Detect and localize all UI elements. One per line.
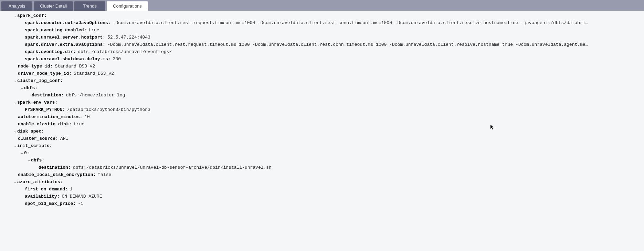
tree-node-spark-conf[interactable]: ⌄ spark_conf: (0, 12, 644, 19)
tree-key: spark.executor.extraJavaOptions: (25, 19, 111, 27)
chevron-down-icon: ⌄ (13, 79, 17, 83)
tree-kv: spark.eventLog.enabled: true (0, 27, 644, 34)
tree-key: autotermination_minutes: (18, 113, 82, 121)
tree-key: spark.eventLog.enabled: (25, 27, 86, 34)
tree-node-init-scripts[interactable]: ⌄ init_scripts: (0, 142, 644, 149)
tree-key: spark.driver.extraJavaOptions: (25, 41, 105, 48)
tree-kv: spark.eventLog.dir: dbfs:/databricks/unr… (0, 48, 644, 55)
tree-key: spark.eventLog.dir: (25, 48, 76, 55)
tree-value: 300 (113, 55, 121, 63)
chevron-down-icon: ⌄ (20, 151, 24, 155)
tree-value: -Dcom.unraveldata.client.rest.request.ti… (107, 41, 588, 48)
tree-kv: first_on_demand: 1 (0, 186, 644, 193)
tree-kv: driver_node_type_id: Standard_DS3_v2 (0, 70, 644, 77)
tree-node-dbfs[interactable]: ⌄ dbfs: (0, 84, 644, 92)
tree-node-spark-env-vars[interactable]: ⌄ spark_env_vars: (0, 99, 644, 106)
tree-node-azure-attributes[interactable]: ⌄ azure_attributes: (0, 178, 644, 186)
tree-value: dbfs:/databricks/unravel/eventLogs/ (78, 48, 172, 55)
tree-kv: destination: dbfs:/databricks/unravel/un… (0, 164, 644, 171)
tree-key: spark.unravel.shutdown.delay.ms: (25, 55, 111, 63)
tree-kv: enable_local_disk_encryption: false (0, 171, 644, 178)
tree-kv: autotermination_minutes: 10 (0, 113, 644, 121)
chevron-down-icon: ⌄ (13, 101, 17, 104)
tree-node-cluster-log-conf[interactable]: ⌄ cluster_log_conf: (0, 77, 644, 84)
tree-value: dbfs:/databricks/unravel/unravel-db-sens… (73, 164, 272, 171)
tree-key: spark_conf: (17, 12, 47, 19)
tree-key: driver_node_type_id: (18, 70, 72, 77)
tree-value: 52.5.47.224:4043 (107, 34, 150, 41)
tree-kv: availability: ON_DEMAND_AZURE (0, 193, 644, 200)
tree-value: API (60, 135, 68, 142)
tree-key: enable_elastic_disk: (18, 121, 72, 128)
tree-kv: spark.unravel.shutdown.delay.ms: 300 (0, 55, 644, 63)
tree-key: dbfs: (24, 84, 38, 92)
tree-kv: PYSPARK_PYTHON: /databricks/python3/bin/… (0, 106, 644, 113)
tree-key: node_type_id: (18, 63, 53, 70)
tree-key: dbfs: (31, 157, 44, 164)
tab-configurations[interactable]: Configurations (107, 1, 148, 11)
tree-key: cluster_source: (18, 135, 58, 142)
tab-cluster-detail[interactable]: Cluster Detail (34, 1, 73, 11)
tree-key: 0: (24, 149, 30, 157)
tree-node-init-scripts-0[interactable]: ⌄ 0: (0, 149, 644, 157)
tree-value: true (74, 121, 84, 128)
tree-kv: spark.driver.extraJavaOptions: -Dcom.unr… (0, 41, 644, 48)
tree-key: cluster_log_conf: (17, 77, 63, 84)
chevron-down-icon: ⌄ (27, 159, 31, 162)
tree-value: ON_DEMAND_AZURE (62, 193, 102, 200)
tree-kv: destination: dbfs:/home/cluster_log (0, 92, 644, 99)
chevron-down-icon: ⌄ (13, 130, 17, 133)
tree-value: false (98, 171, 111, 178)
tree-key: azure_attributes: (17, 178, 63, 186)
tree-value: 10 (84, 113, 90, 121)
tree-node-disk-spec[interactable]: ⌄ disk_spec: (0, 128, 644, 135)
tree-value: 1 (70, 186, 73, 193)
tree-value: Standard_DS3_v2 (74, 70, 114, 77)
tree-key: first_on_demand: (25, 186, 68, 193)
tab-bar: Analysis Cluster Detail Trends Configura… (0, 0, 644, 11)
config-tree: ⌄ spark_conf: spark.executor.extraJavaOp… (0, 11, 644, 211)
tree-kv: enable_elastic_disk: true (0, 121, 644, 128)
tree-kv: spark.executor.extraJavaOptions: -Dcom.u… (0, 19, 644, 27)
tree-value: Standard_DS3_v2 (55, 63, 95, 70)
tree-key: spark.unravel.server.hostport: (25, 34, 105, 41)
tree-key: destination: (32, 92, 64, 99)
tab-analysis[interactable]: Analysis (1, 1, 32, 11)
tree-value: -1 (78, 200, 83, 207)
tree-value: -Dcom.unraveldata.client.rest.request.ti… (113, 19, 588, 27)
chevron-down-icon: ⌄ (13, 180, 17, 184)
tree-key: destination: (39, 164, 71, 171)
tree-kv: spark.unravel.server.hostport: 52.5.47.2… (0, 34, 644, 41)
tree-key: availability: (25, 193, 60, 200)
tree-kv: node_type_id: Standard_DS3_v2 (0, 63, 644, 70)
tree-kv: cluster_source: API (0, 135, 644, 142)
tree-key: PYSPARK_PYTHON: (25, 106, 65, 113)
chevron-down-icon: ⌄ (13, 144, 17, 148)
tree-key: disk_spec: (17, 128, 44, 135)
tab-trends[interactable]: Trends (74, 1, 105, 11)
tree-key: init_scripts: (17, 142, 52, 149)
tree-node-init-scripts-0-dbfs[interactable]: ⌄ dbfs: (0, 157, 644, 164)
tree-value: /databricks/python3/bin/python3 (67, 106, 150, 113)
tree-kv: spot_bid_max_price: -1 (0, 200, 644, 207)
tree-value: dbfs:/home/cluster_log (66, 92, 125, 99)
tree-key: enable_local_disk_encryption: (18, 171, 96, 178)
tree-key: spot_bid_max_price: (25, 200, 76, 207)
chevron-down-icon: ⌄ (20, 86, 24, 90)
chevron-down-icon: ⌄ (13, 14, 17, 18)
tree-key: spark_env_vars: (17, 99, 57, 106)
tree-value: true (88, 27, 99, 34)
